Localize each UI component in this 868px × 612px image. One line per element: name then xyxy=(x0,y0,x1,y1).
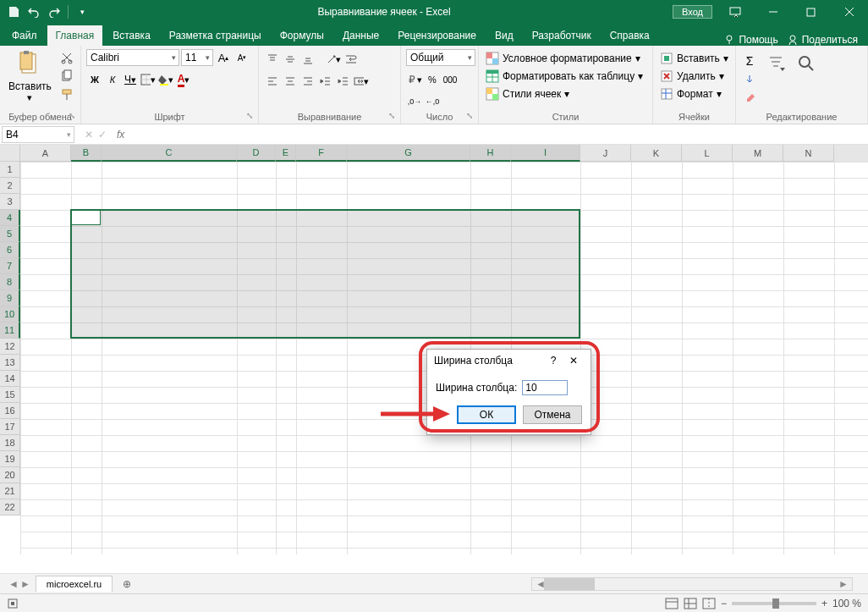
row-header[interactable]: 22 xyxy=(0,499,20,516)
ribbon-options-icon[interactable] xyxy=(716,0,754,24)
row-header[interactable]: 6 xyxy=(0,242,20,258)
row-header[interactable]: 21 xyxy=(0,483,20,499)
accept-formula-icon[interactable]: ✓ xyxy=(98,129,107,141)
cancel-button[interactable]: Отмена xyxy=(523,405,582,424)
zoom-out-icon[interactable]: − xyxy=(721,598,727,609)
active-cell[interactable] xyxy=(71,210,101,225)
sheet-nav-prev-icon[interactable]: ◄ xyxy=(8,578,19,590)
save-icon[interactable] xyxy=(5,3,22,20)
orientation-icon[interactable]: ▾ xyxy=(325,51,342,68)
row-header[interactable]: 5 xyxy=(0,226,20,242)
name-box[interactable]: B4 xyxy=(2,126,74,143)
fill-icon[interactable] xyxy=(741,71,758,88)
column-header[interactable]: B xyxy=(71,145,102,162)
view-layout-icon[interactable] xyxy=(684,598,697,609)
zoom-level[interactable]: 100 % xyxy=(832,598,861,609)
row-header[interactable]: 2 xyxy=(0,178,20,194)
add-sheet-icon[interactable]: ⊕ xyxy=(118,575,136,593)
column-header[interactable]: K xyxy=(631,145,682,162)
tab-view[interactable]: Вид xyxy=(486,25,522,46)
column-header[interactable]: E xyxy=(276,145,296,162)
decrease-decimal-icon[interactable]: ←,0 xyxy=(424,93,441,110)
column-header[interactable]: H xyxy=(470,145,511,162)
cell-styles-button[interactable]: Стили ячеек▾ xyxy=(484,86,571,102)
format-cells-button[interactable]: Формат▾ xyxy=(658,86,723,102)
row-header[interactable]: 20 xyxy=(0,467,20,483)
clipboard-launcher-icon[interactable]: ⤡ xyxy=(66,109,78,121)
font-color-icon[interactable]: А▾ xyxy=(175,71,192,88)
column-header[interactable]: A xyxy=(20,145,71,162)
autosum-icon[interactable]: Σ xyxy=(741,52,758,69)
align-left-icon[interactable] xyxy=(264,73,281,90)
tab-help[interactable]: Справка xyxy=(602,25,658,46)
copy-icon[interactable] xyxy=(58,68,75,85)
align-bottom-icon[interactable] xyxy=(299,51,316,68)
sort-filter-button[interactable] xyxy=(763,52,788,74)
account-button[interactable]: Вход xyxy=(673,5,712,19)
row-header[interactable]: 4 xyxy=(0,210,20,226)
row-header[interactable]: 17 xyxy=(0,419,20,435)
cancel-formula-icon[interactable]: ✕ xyxy=(85,129,93,141)
font-family-combo[interactable]: Calibri xyxy=(86,49,179,66)
grow-font-icon[interactable]: A▴ xyxy=(215,49,232,66)
row-header[interactable]: 13 xyxy=(0,355,20,371)
number-format-combo[interactable]: Общий xyxy=(406,49,475,66)
tab-home[interactable]: Главная xyxy=(47,25,103,46)
row-header[interactable]: 15 xyxy=(0,387,20,403)
tab-formulas[interactable]: Формулы xyxy=(272,25,332,46)
redo-icon[interactable] xyxy=(46,3,63,20)
tab-data[interactable]: Данные xyxy=(334,25,387,46)
column-header[interactable]: I xyxy=(511,145,580,162)
dialog-help-icon[interactable]: ? xyxy=(543,355,563,367)
row-header[interactable]: 3 xyxy=(0,194,20,210)
column-header[interactable]: N xyxy=(783,145,834,162)
fill-color-icon[interactable]: ▾ xyxy=(157,71,174,88)
accounting-icon[interactable]: ₽▾ xyxy=(406,71,423,88)
column-header[interactable]: D xyxy=(237,145,276,162)
align-middle-icon[interactable] xyxy=(282,51,299,68)
comma-icon[interactable]: 000 xyxy=(442,71,459,88)
font-size-combo[interactable]: 11 xyxy=(181,49,213,66)
column-header[interactable]: G xyxy=(347,145,470,162)
minimize-button[interactable] xyxy=(754,0,792,24)
increase-indent-icon[interactable] xyxy=(335,73,352,90)
row-header[interactable]: 10 xyxy=(0,306,20,323)
underline-button[interactable]: Ч▾ xyxy=(122,71,139,88)
zoom-slider[interactable] xyxy=(732,602,816,605)
tab-developer[interactable]: Разработчик xyxy=(524,25,600,46)
paste-button[interactable]: Вставить▾ xyxy=(5,49,55,104)
tab-review[interactable]: Рецензирование xyxy=(389,25,485,46)
share-button[interactable]: Поделиться xyxy=(787,34,858,46)
row-header[interactable]: 7 xyxy=(0,258,20,274)
number-launcher-icon[interactable]: ⤡ xyxy=(464,109,475,121)
column-header[interactable]: F xyxy=(296,145,347,162)
tab-layout[interactable]: Разметка страницы xyxy=(161,25,270,46)
format-painter-icon[interactable] xyxy=(58,86,75,103)
column-width-input[interactable] xyxy=(522,380,568,395)
column-header[interactable]: C xyxy=(102,145,237,162)
percent-icon[interactable]: % xyxy=(424,71,441,88)
cut-icon[interactable] xyxy=(58,49,75,66)
merge-icon[interactable]: ▾ xyxy=(353,73,370,90)
sheet-nav-next-icon[interactable]: ► xyxy=(20,578,30,590)
insert-cells-button[interactable]: Вставить▾ xyxy=(658,51,730,66)
horizontal-scrollbar[interactable]: ◄► xyxy=(531,577,853,591)
find-select-button[interactable] xyxy=(794,52,819,74)
row-header[interactable]: 14 xyxy=(0,371,20,387)
row-header[interactable]: 16 xyxy=(0,403,20,419)
align-center-icon[interactable] xyxy=(282,73,299,90)
align-top-icon[interactable] xyxy=(264,51,281,68)
decrease-indent-icon[interactable] xyxy=(317,73,334,90)
shrink-font-icon[interactable]: A▾ xyxy=(233,49,250,66)
undo-icon[interactable] xyxy=(25,3,42,20)
increase-decimal-icon[interactable]: ,0→ xyxy=(406,93,423,110)
close-button[interactable] xyxy=(830,0,868,24)
format-as-table-button[interactable]: Форматировать как таблицу▾ xyxy=(484,69,645,84)
tab-insert[interactable]: Вставка xyxy=(104,25,159,46)
clear-icon[interactable] xyxy=(741,90,758,107)
fx-icon[interactable]: fx xyxy=(117,129,124,141)
select-all-corner[interactable] xyxy=(0,145,20,162)
italic-button[interactable]: К xyxy=(104,71,121,88)
row-header[interactable]: 9 xyxy=(0,290,20,306)
wrap-text-icon[interactable] xyxy=(343,51,360,68)
